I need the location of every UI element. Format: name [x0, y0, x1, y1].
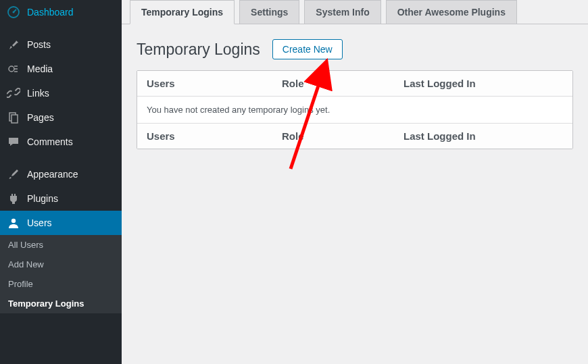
- tab-settings[interactable]: Settings: [239, 0, 299, 24]
- sidebar-item-comments[interactable]: Comments: [0, 130, 122, 154]
- main-content: Temporary Logins Settings System Info Ot…: [122, 0, 588, 364]
- col-footer-role: Role: [282, 130, 403, 142]
- svg-point-1: [13, 11, 15, 14]
- dashboard-icon: [7, 5, 20, 19]
- submenu-profile[interactable]: Profile: [0, 274, 122, 294]
- sidebar-item-links[interactable]: Links: [0, 81, 122, 105]
- page-title: Temporary Logins: [137, 41, 260, 59]
- col-footer-last-logged: Last Logged In: [403, 130, 563, 142]
- submenu-add-new[interactable]: Add New: [0, 255, 122, 274]
- plugin-icon: [7, 192, 20, 205]
- col-header-role: Role: [282, 78, 403, 89]
- sidebar-item-label: Media: [27, 63, 53, 74]
- table-header: Users Role Last Logged In: [137, 71, 572, 96]
- sidebar-item-pages[interactable]: Pages: [0, 105, 122, 130]
- submenu-all-users[interactable]: All Users: [0, 235, 122, 255]
- sidebar-item-label: Dashboard: [27, 7, 74, 18]
- user-icon: [7, 216, 20, 230]
- svg-rect-4: [11, 115, 18, 123]
- table-footer: Users Role Last Logged In: [137, 124, 572, 149]
- tab-bar: Temporary Logins Settings System Info Ot…: [122, 0, 588, 24]
- col-footer-users: Users: [147, 130, 282, 142]
- sidebar-item-label: Comments: [27, 136, 73, 147]
- sidebar-item-posts[interactable]: Posts: [0, 32, 122, 57]
- create-new-button[interactable]: Create New: [272, 39, 343, 59]
- media-icon: [7, 62, 20, 76]
- logins-table: Users Role Last Logged In You have not c…: [137, 70, 573, 149]
- page-header: Temporary Logins Create New: [122, 24, 588, 70]
- svg-point-5: [11, 219, 16, 223]
- tab-temporary-logins[interactable]: Temporary Logins: [130, 0, 235, 24]
- col-header-users: Users: [147, 78, 282, 89]
- sidebar-item-plugins[interactable]: Plugins: [0, 186, 122, 211]
- sidebar-item-label: Plugins: [27, 193, 58, 204]
- brush-icon: [7, 167, 20, 181]
- comment-icon: [7, 135, 20, 149]
- sidebar-item-label: Links: [27, 88, 49, 99]
- sidebar-item-media[interactable]: Media: [0, 57, 122, 81]
- sidebar-item-appearance[interactable]: Appearance: [0, 162, 122, 186]
- pages-icon: [7, 111, 20, 124]
- tab-other-plugins[interactable]: Other Awesome Plugins: [386, 0, 517, 24]
- link-icon: [7, 86, 20, 100]
- sidebar-item-users[interactable]: Users: [0, 211, 122, 235]
- col-header-last-logged: Last Logged In: [403, 78, 563, 89]
- sidebar-item-label: Appearance: [27, 169, 78, 180]
- table-empty-message: You have not created any temporary login…: [137, 96, 572, 124]
- svg-point-2: [9, 66, 14, 72]
- submenu-temporary-logins[interactable]: Temporary Logins: [0, 294, 122, 313]
- sidebar-item-dashboard[interactable]: Dashboard: [0, 0, 122, 24]
- sidebar-item-label: Users: [27, 217, 52, 228]
- sidebar-item-label: Pages: [27, 112, 54, 123]
- sidebar-item-label: Posts: [27, 39, 51, 50]
- tab-system-info[interactable]: System Info: [304, 0, 381, 24]
- pin-icon: [7, 38, 20, 51]
- admin-sidebar: Dashboard Posts Media Links Pages Commen…: [0, 0, 122, 364]
